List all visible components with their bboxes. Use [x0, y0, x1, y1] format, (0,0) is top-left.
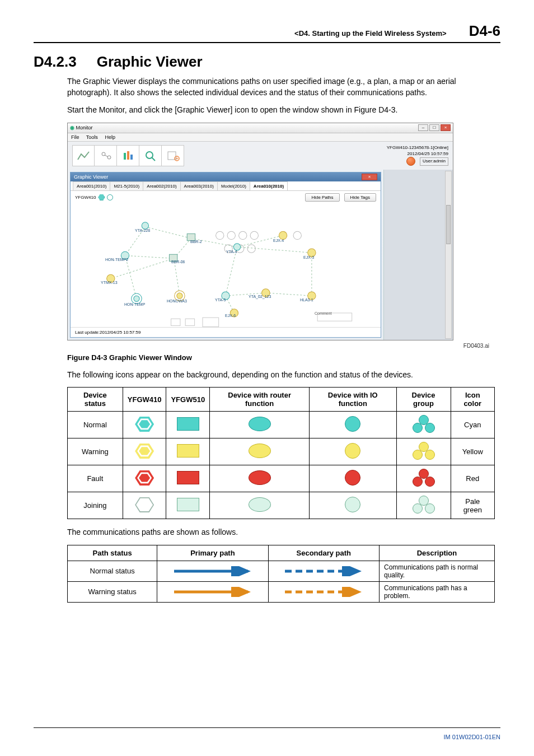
svg-line-2: [105, 155, 108, 157]
group-red-icon: [413, 469, 435, 487]
tab-area003[interactable]: Area003(2010): [180, 181, 218, 190]
path-normal-desc: Communications path is normal quality.: [379, 561, 494, 581]
toolbar-icon-4[interactable]: [139, 145, 162, 166]
pth-primary-h: Primary path: [157, 545, 268, 561]
toolbar-icon-1[interactable]: [72, 145, 95, 166]
th-router: Device with router function: [210, 388, 310, 412]
footer-rule: [34, 727, 500, 728]
svg-point-32: [250, 231, 258, 239]
ellipse-red-icon: [249, 470, 271, 485]
lifebuoy-icon[interactable]: [406, 157, 415, 166]
hide-tags-button[interactable]: Hide Tags: [344, 193, 376, 202]
document-id: IM 01W02D01-01EN: [444, 734, 501, 740]
maximize-button[interactable]: □: [429, 124, 439, 131]
menu-help[interactable]: Help: [105, 134, 115, 140]
svg-point-31: [239, 231, 247, 239]
close-button[interactable]: ×: [441, 124, 451, 131]
ellipse-yellow-icon: [249, 444, 271, 458]
svg-rect-53: [203, 318, 219, 326]
cell-warning-status: Warning: [68, 438, 123, 465]
figure-caption: Figure D4-3 Graphic Viewer Window: [67, 353, 495, 362]
svg-rect-52: [185, 319, 194, 325]
tab-area001[interactable]: Area001(2010): [73, 181, 110, 190]
row-normal: Normal Cyan: [68, 412, 495, 438]
rect-red-icon: [177, 471, 199, 484]
svg-point-29: [216, 231, 224, 239]
svg-line-7: [152, 157, 155, 161]
scrollbar-thumb[interactable]: [446, 205, 451, 244]
node-bbr06: BBR-06: [171, 260, 185, 264]
cell-fault-color: Red: [451, 465, 494, 492]
svg-line-21: [174, 258, 180, 296]
node-bbr2: BBR-2: [190, 240, 202, 244]
circle-cyan-icon: [345, 416, 360, 432]
panel-title: Graphic Viewer: [74, 174, 108, 180]
cell-normal-color: Cyan: [451, 412, 494, 438]
node-yta5: YTA-5: [215, 298, 226, 302]
toolbar-icon-2[interactable]: [95, 145, 117, 166]
row-joining: Joining Pale green: [68, 492, 495, 519]
scrollbar[interactable]: [445, 171, 452, 339]
comment-box-label: Comment: [315, 311, 331, 315]
node-yta228: YTA-228: [135, 228, 150, 232]
th-color: Icon color: [451, 388, 494, 412]
th-io: Device with IO function: [310, 388, 396, 412]
circle-yellow-icon: [345, 443, 360, 459]
svg-rect-51: [171, 319, 180, 325]
tab-model[interactable]: Model(2010): [217, 181, 250, 190]
cell-normal-status: Normal: [68, 412, 123, 438]
panel-close-button[interactable]: ×: [362, 174, 377, 180]
status-device: YFGW410-12345678-1[Online]: [387, 145, 448, 151]
node-ejx3: EJX-3: [303, 255, 314, 259]
topology-svg: [71, 204, 381, 327]
group-yellow-icon: [413, 442, 435, 460]
path-warning-label: Warning status: [68, 581, 157, 602]
svg-line-18: [125, 255, 174, 258]
pth-status-h: Path status: [68, 545, 157, 561]
monitor-window: ◉ Monitor – □ × File Tools Help YFGW410-…: [67, 123, 453, 340]
tab-area010[interactable]: Area010(2010): [250, 181, 288, 190]
svg-line-22: [226, 247, 237, 296]
node-honowa3: HONOWA3: [167, 299, 187, 303]
hex-pale-icon: [135, 496, 154, 513]
row-fault: Fault Red: [68, 465, 495, 492]
row-warning: Warning Yellow: [68, 438, 495, 465]
toolbar-icon-5[interactable]: [162, 145, 184, 166]
window-title: ◉ Monitor: [70, 125, 93, 130]
svg-point-1: [107, 156, 111, 159]
cell-joining-status: Joining: [68, 492, 123, 519]
primary-warning-icon: [157, 581, 268, 602]
node-hla31: HLA3-1: [300, 298, 313, 302]
device-label: YFGW410: [75, 195, 96, 200]
toolbar-icon-3[interactable]: [117, 145, 139, 166]
svg-rect-3: [124, 153, 126, 160]
window-titlebar: ◉ Monitor – □ ×: [68, 123, 453, 133]
tab-m21[interactable]: M21-5(2010): [110, 181, 143, 190]
section-title-text: Graphic Viewer: [97, 53, 203, 70]
svg-rect-5: [130, 155, 133, 160]
svg-line-24: [266, 293, 312, 296]
mini-circle-icon: [107, 194, 113, 200]
section-heading: D4.2.3 Graphic Viewer: [34, 53, 500, 71]
graphic-viewer-panel: Graphic Viewer × Area001(2010)M21-5(2010…: [70, 172, 381, 338]
minimize-button[interactable]: –: [418, 124, 428, 131]
node-ejx6: EJX-6: [225, 314, 236, 318]
menu-tools[interactable]: Tools: [86, 134, 98, 140]
panel-footer: Last update:2012/04/25 10:57:59: [71, 327, 381, 337]
ellipse-pale-icon: [249, 497, 271, 512]
tab-area002[interactable]: Area002(2010): [143, 181, 180, 190]
device-indicator: YFGW410: [75, 194, 113, 200]
menu-file[interactable]: File: [71, 134, 79, 140]
path-normal-label: Normal status: [68, 561, 157, 581]
topology-canvas[interactable]: YTA-228 BBR-2 EJX-4 YTA-4 EJX-3 HON-TEMP…: [71, 204, 381, 327]
svg-line-12: [145, 227, 191, 239]
node-ytmx13: YTMX-13: [101, 281, 118, 284]
hide-paths-button[interactable]: Hide Paths: [305, 193, 339, 202]
svg-rect-4: [127, 151, 129, 160]
node-ejx4: EJX-4: [273, 239, 284, 242]
node-yta4: YTA-4: [226, 250, 237, 254]
window-control-buttons: – □ ×: [418, 124, 451, 131]
cell-warning-color: Yellow: [451, 438, 494, 465]
node-hontemp: HON-TEMP: [124, 302, 145, 306]
cell-joining-color: Pale green: [451, 492, 494, 519]
